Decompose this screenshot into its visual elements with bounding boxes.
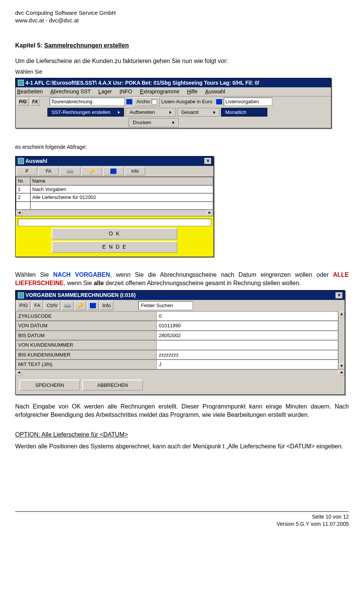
- scroll-left-icon[interactable]: ◄: [16, 370, 22, 376]
- blue-icon: [90, 303, 96, 308]
- menu-bar[interactable]: Bearbeiten Abrechnung SST Lager INFO Ext…: [16, 87, 331, 96]
- menu-gesamt[interactable]: Gesamt: [177, 108, 220, 117]
- val-zyklus[interactable]: 0: [156, 311, 338, 321]
- arrow-right-icon: [169, 111, 171, 114]
- val-mit-text[interactable]: J: [156, 360, 338, 369]
- auswahl-title: Auswahl: [25, 158, 47, 165]
- intro-text: Um die Lieferscheine an die Kunden zu fa…: [15, 57, 349, 65]
- close-button[interactable]: ✕: [336, 292, 342, 298]
- menu-monatlich[interactable]: Monatlich: [221, 108, 267, 117]
- page-number: Seite 10 von 12: [15, 513, 349, 521]
- btn-fa[interactable]: FA: [31, 301, 43, 310]
- btn-pg[interactable]: P/G: [17, 98, 29, 106]
- version-label: Version 5.G.Y vom 11.07.2005: [15, 521, 349, 528]
- btn-color[interactable]: [87, 301, 99, 310]
- form-row: BIS DATUM28052002: [16, 331, 338, 341]
- btn-key[interactable]: 🔑: [75, 301, 86, 310]
- menu-abrechnung[interactable]: Abrechnung SST: [50, 88, 91, 95]
- arrow-right-icon: [213, 111, 215, 114]
- lbl-von-kunde: VON KUNDENNUMMER: [16, 340, 156, 350]
- btn-pg[interactable]: P/G: [17, 301, 30, 310]
- color-swatch-1: [126, 99, 132, 104]
- explain-text: Wählen Sie NACH VORGABEN, wenn Sie die A…: [15, 271, 349, 287]
- form-row: MIT TEXT (J/N)J: [16, 360, 338, 369]
- btn-p[interactable]: P: [17, 167, 37, 175]
- printer-icon: [67, 169, 74, 173]
- val-von-kunde[interactable]: [156, 340, 338, 350]
- color-swatch-2: [216, 99, 222, 104]
- menu-info[interactable]: INFO: [119, 88, 132, 95]
- grid-row[interactable]: 2 Alle Lieferscheine für 012002: [16, 193, 213, 202]
- btn-printer[interactable]: [61, 301, 74, 310]
- hdr-name: Name: [30, 177, 213, 185]
- toolbar-row-3: Drucken: [16, 117, 331, 128]
- scroll-right-icon[interactable]: ►: [206, 210, 213, 216]
- btn-fa[interactable]: FA: [30, 98, 40, 106]
- ende-button[interactable]: E N D E: [52, 241, 177, 253]
- t4: derzeit offenen Abrechnungsscheine gesam…: [104, 280, 301, 286]
- h-scrollbar[interactable]: ◄ ◄: [16, 369, 345, 376]
- form-row: ZYKLUSCODE0: [16, 311, 338, 321]
- screenshot-menu: 4-1 AFL C:\Eurosoft\ES.SST\ 4.A.X Usr: P…: [15, 78, 331, 128]
- grid-row-empty: [16, 202, 213, 210]
- grid-row[interactable]: 1 Nach Vorgaben: [16, 185, 213, 194]
- menu-lager[interactable]: Lager: [98, 88, 112, 95]
- app-icon: [18, 292, 24, 298]
- form-area: ZYKLUSCODE0 VON DATUM01011990 BIS DATUM2…: [16, 311, 338, 369]
- cell-nr: 2: [16, 193, 30, 202]
- grid-header: Nr. Name: [16, 177, 213, 185]
- menu-drucken[interactable]: Drucken: [129, 118, 179, 127]
- monatlich-label: Monatlich: [225, 109, 246, 116]
- input-blank[interactable]: [18, 219, 211, 226]
- lbl-bis-datum: BIS DATUM: [16, 331, 156, 341]
- scroll-down-icon[interactable]: ▼: [339, 363, 345, 369]
- h-scrollbar[interactable]: ◄ ►: [16, 210, 213, 216]
- val-von-datum[interactable]: 01011990: [156, 321, 338, 331]
- chapter-row: Kapitel 5: Sammelrechnungen erstellen: [15, 41, 349, 50]
- val-bis-kunde[interactable]: zzzzzzzz: [156, 350, 338, 360]
- menu-bearbeiten[interactable]: Bearbeiten: [17, 88, 43, 95]
- sst-label: SST-Rechnungen erstellen: [52, 109, 110, 116]
- v-scrollbar[interactable]: ▲ ▼: [338, 311, 345, 369]
- btn-fa[interactable]: FA: [38, 167, 59, 175]
- btn-key[interactable]: 🔑: [82, 167, 102, 175]
- arrow-right-icon: [118, 111, 120, 114]
- btn-ctrlv[interactable]: CtrlV: [44, 301, 60, 310]
- chapter-title: Sammelrechnungen erstellen: [44, 42, 129, 49]
- field-tourenabrechnung[interactable]: Tourenabrechnung: [50, 98, 125, 106]
- btn-info[interactable]: Info: [100, 301, 113, 310]
- scroll-left-icon[interactable]: ◄: [16, 210, 23, 216]
- btn-color[interactable]: [103, 167, 124, 175]
- contact-line: www.dvc.at - dvc@dvc.at: [15, 17, 349, 24]
- archiv-checkbox[interactable]: [152, 99, 157, 104]
- vorgaben-toolbar: P/G FA CtrlV 🔑 Info Felder Suchen: [16, 300, 345, 311]
- field-listenvorgaben[interactable]: Listenvorgaben: [224, 98, 272, 106]
- menu-aufbereiten[interactable]: Aufbereiten: [126, 108, 176, 117]
- scroll-up-icon[interactable]: ▲: [339, 311, 345, 317]
- menu-sst-rechnungen[interactable]: SST-Rechnungen erstellen: [47, 108, 124, 117]
- ok-button[interactable]: O K: [52, 228, 177, 240]
- scroll-right-icon[interactable]: ◄: [338, 370, 345, 376]
- close-button[interactable]: ✕: [204, 158, 211, 164]
- printer-icon: [64, 304, 71, 308]
- after-ok-text: Nach Eingabe von OK werden alle Rechnung…: [15, 402, 349, 419]
- menu-extra[interactable]: Extraprogramme: [140, 88, 179, 95]
- cancel-button[interactable]: ABBRECHEN: [82, 380, 143, 391]
- auswahl-grid: Nr. Name 1 Nach Vorgaben 2 Alle Liefersc…: [16, 177, 213, 216]
- auswahl-titlebar: Auswahl ✕: [16, 156, 213, 166]
- lbl-bis-kunde: BIS KUNDENNUMMER: [16, 350, 156, 360]
- t2: , wenn Sie die Abrechnungsscheine nach D…: [110, 271, 333, 278]
- toolbar-row-1: P/G FA Tourenabrechnung Archiv Listen-Au…: [16, 96, 331, 107]
- save-button[interactable]: SPEICHERN: [19, 380, 80, 391]
- btn-printer[interactable]: [60, 167, 80, 175]
- felder-suchen-field[interactable]: Felder Suchen: [138, 301, 193, 310]
- app-icon: [18, 80, 24, 86]
- menu-auswahl[interactable]: Auswahl: [205, 88, 225, 95]
- menu-hilfe[interactable]: Hilfe: [187, 88, 198, 95]
- btn-archiv[interactable]: Archiv: [134, 97, 160, 106]
- val-bis-datum[interactable]: 28052002: [156, 331, 338, 341]
- screenshot-vorgaben: VORGABEN SAMMELRECHNUNGEN (I:016) ✕ P/G …: [15, 290, 345, 395]
- cell-name: Nach Vorgaben: [30, 185, 213, 194]
- btn-info[interactable]: Info: [125, 167, 145, 175]
- screenshot-auswahl: Auswahl ✕ P FA 🔑 Info Nr. Name 1 Nach Vo…: [15, 156, 214, 257]
